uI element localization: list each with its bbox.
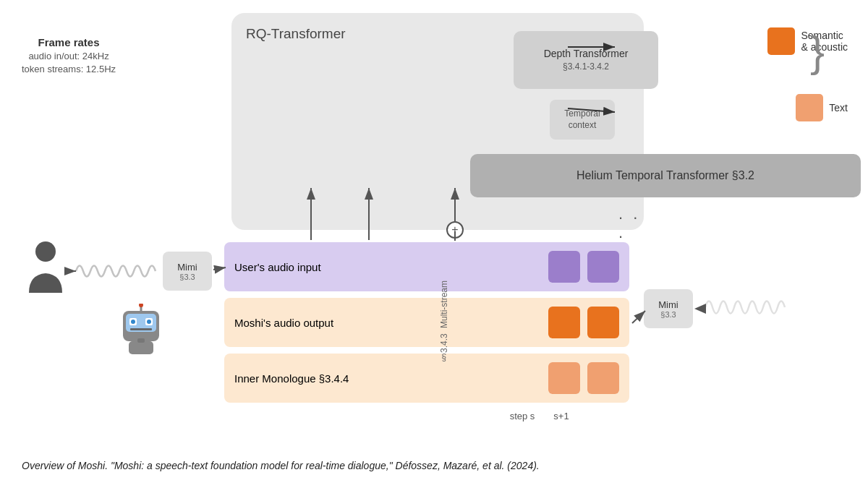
svg-point-5 [131, 320, 135, 324]
robot-icon [116, 304, 166, 361]
mimi-left-label: Mimi [177, 262, 197, 273]
caption: Overview of Moshi. "Moshi: a speech-text… [22, 458, 846, 474]
plus-circle: + [446, 221, 464, 239]
three-dots: · · · [618, 208, 644, 246]
svg-point-0 [35, 241, 56, 262]
user-audio-stream-row: User's audio input [224, 242, 629, 291]
svg-rect-10 [129, 341, 153, 354]
inner-monologue-stream-row: Inner Monologue §3.4.4 [224, 354, 629, 403]
frame-rates-box: Frame rates audio in/out: 24kHz token st… [22, 36, 116, 74]
token-rate: token streams: 12.5Hz [22, 64, 116, 74]
inner-tokens [548, 362, 619, 394]
mimi-box-left: Mimi §3.3 [163, 252, 212, 291]
frame-rates-title: Frame rates [22, 36, 116, 48]
step-s-label: step s [506, 411, 538, 421]
step-labels: step s s+1 [506, 411, 577, 421]
moshi-token-2 [587, 307, 619, 338]
inner-token-2 [587, 362, 619, 394]
mimi-right-label: Mimi [658, 299, 678, 310]
temporal-context-box: Temporalcontext [550, 100, 615, 140]
mimi-left-section: §3.3 [179, 273, 195, 281]
svg-point-6 [147, 320, 151, 324]
user-tokens [548, 251, 619, 283]
user-audio-label: User's audio input [234, 261, 548, 273]
svg-rect-7 [130, 328, 152, 330]
mimi-box-right: Mimi §3.3 [644, 289, 693, 328]
person-icon [20, 239, 71, 299]
text-token-icon [796, 94, 823, 121]
semantic-token-icon [767, 27, 795, 55]
caption-text: Overview of Moshi. "Moshi: a speech-text… [22, 460, 540, 471]
temporal-context-label: Temporalcontext [564, 108, 600, 131]
audio-rate: audio in/out: 24kHz [22, 51, 116, 61]
inner-token-1 [548, 362, 580, 394]
svg-point-9 [139, 304, 143, 307]
audio-wave-right [702, 289, 788, 328]
multi-stream-label: §3.4.3 Multi-stream [439, 246, 449, 398]
diagram-container: Frame rates audio in/out: 24kHz token st… [0, 0, 868, 488]
svg-rect-11 [137, 338, 145, 343]
step-s1-label: s+1 [545, 411, 577, 421]
helium-block: Helium Temporal Transformer §3.2 [470, 154, 861, 197]
depth-transformer-name: Depth Transformer [544, 47, 629, 61]
user-token-2 [587, 251, 619, 283]
text-output-label: Text [796, 94, 848, 121]
moshi-token-1 [548, 307, 580, 338]
moshi-audio-stream-row: Moshi's audio output [224, 298, 629, 347]
helium-label: Helium Temporal Transformer §3.2 [576, 169, 754, 182]
text-label: Text [829, 102, 848, 114]
semantic-output-label: Semantic& acoustic [767, 27, 848, 55]
audio-wave-left [72, 257, 159, 288]
depth-transformer-box: Depth Transformer §3.4.1-3.4.2 [514, 31, 658, 89]
depth-transformer-section: §3.4.1-3.4.2 [563, 61, 609, 73]
user-token-1 [548, 251, 580, 283]
inner-monologue-label: Inner Monologue §3.4.4 [234, 372, 548, 385]
mimi-right-section: §3.3 [660, 310, 676, 319]
rq-transformer-block: RQ-Transformer Depth Transformer §3.4.1-… [231, 13, 644, 230]
moshi-audio-label: Moshi's audio output [234, 317, 548, 329]
moshi-tokens [548, 307, 619, 338]
curly-brace: } [810, 33, 825, 72]
